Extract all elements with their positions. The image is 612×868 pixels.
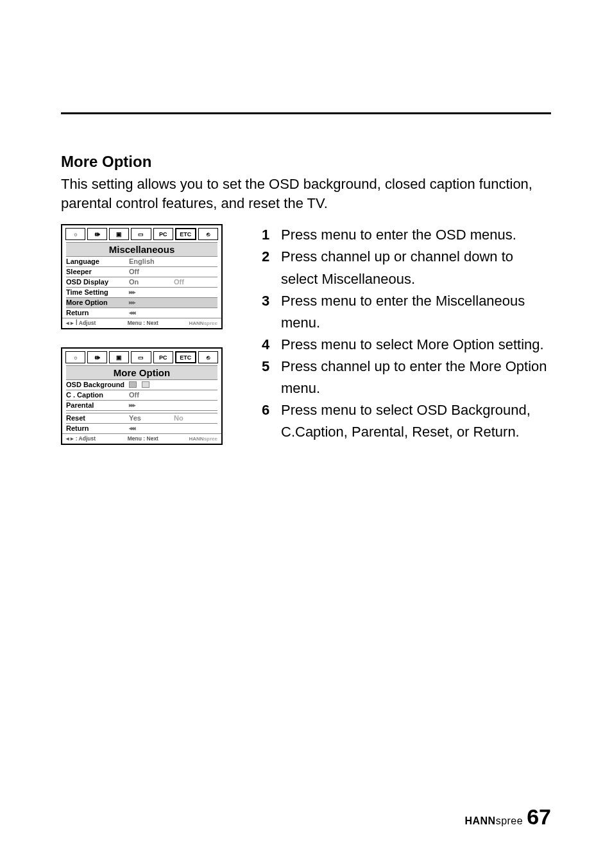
exit-icon: ⎋: [207, 231, 210, 238]
step-item: Press menu to enter the OSD menus.: [262, 224, 551, 246]
tab-row: ☼ 🕪 ▣ ▭ PC ETC ⎋: [62, 349, 221, 365]
tab-etc: ETC: [175, 228, 196, 240]
image-icon: ▣: [116, 231, 122, 238]
row-label: OSD Display: [66, 278, 129, 286]
tab-etc: ETC: [175, 351, 196, 363]
row-label: Sleeper: [66, 268, 129, 275]
menu-row: Return◂◂◂: [66, 424, 217, 433]
step-text: Press channel up to enter the More Optio…: [281, 356, 551, 399]
tab-icon: ☼: [65, 228, 85, 240]
panel-title: More Option: [66, 365, 217, 380]
menu-row: Parental▸▸▸: [66, 401, 217, 411]
row-value-alt: Off: [174, 278, 184, 286]
sun-icon: ☼: [72, 354, 78, 361]
menu-row: OSD Background: [66, 380, 217, 390]
step-item: Press menu to enter the Miscellaneous me…: [262, 290, 551, 334]
page-footer: HANNspree 67: [464, 804, 551, 829]
row-label: Return: [66, 424, 129, 432]
tab-row: ☼ 🕪 ▣ ▭ PC ETC ⎋: [62, 225, 221, 242]
panel-title: Miscellaneous: [66, 242, 217, 257]
menu-row: C . CaptionOff: [66, 390, 217, 401]
monitor-icon: ▭: [138, 354, 144, 361]
step-text: Press menu to enter the OSD menus.: [281, 224, 516, 246]
image-icon: ▣: [116, 354, 122, 361]
step-item: Press menu to select More Option setting…: [262, 334, 551, 356]
brand-logo: HANNspree: [464, 815, 523, 827]
menu-row: Time Setting▸▸▸: [66, 288, 217, 298]
row-value: Off: [129, 268, 174, 275]
step-item: Press channel up to enter the More Optio…: [262, 356, 551, 399]
step-text: Press channel up or channel down to sele…: [281, 246, 551, 290]
menu-rows: LanguageEnglishSleeperOffOSD DisplayOnOf…: [62, 257, 221, 318]
bg-option-icon: [129, 381, 137, 388]
panel-footer: ◂ ▸ : Adjust Menu : Next HANNspree: [62, 433, 221, 444]
osd-panel-more-option: ☼ 🕪 ▣ ▭ PC ETC ⎋ More Option OSD Backgro…: [61, 347, 223, 445]
speaker-icon: 🕪: [94, 231, 100, 238]
step-text: Press menu to select OSD Background, C.C…: [281, 399, 551, 443]
steps-list: Press menu to enter the OSD menus.Press …: [262, 224, 551, 443]
menu-row: Return◂◂◂: [66, 308, 217, 318]
row-value-alt: No: [174, 414, 183, 422]
exit-icon: ⎋: [207, 354, 210, 361]
row-label: More Option: [66, 299, 129, 306]
tab-pc: PC: [153, 228, 173, 240]
footer-next: Menu : Next: [128, 435, 189, 442]
step-item: Press menu to select OSD Background, C.C…: [262, 399, 551, 443]
tab-icon: ▭: [131, 228, 151, 240]
step-text: Press menu to enter the Miscellaneous me…: [281, 290, 551, 334]
footer-brand: HANNspree: [189, 320, 217, 326]
etc-icon: ETC: [180, 231, 191, 238]
row-value: ◂◂◂: [129, 309, 174, 316]
right-column: Press menu to enter the OSD menus.Press …: [262, 224, 551, 463]
row-value: On: [129, 278, 174, 286]
row-value: ▸▸▸: [129, 289, 174, 295]
footer-adjust: ◂ ▸ : Adjust: [66, 435, 128, 442]
row-label: Language: [66, 257, 129, 265]
menu-row: OSD DisplayOnOff: [66, 277, 217, 288]
footer-adjust: ◂ ▸ ꟾ Adjust: [66, 320, 128, 326]
menu-row: LanguageEnglish: [66, 257, 217, 267]
osd-panel-miscellaneous: ☼ 🕪 ▣ ▭ PC ETC ⎋ Miscellaneous LanguageE…: [61, 224, 223, 329]
menu-rows: OSD BackgroundC . CaptionOffParental▸▸▸R…: [62, 380, 221, 433]
row-label: Time Setting: [66, 288, 129, 296]
row-value: ◂◂◂: [129, 425, 174, 431]
tab-pc: PC: [153, 351, 173, 363]
tab-icon: ☼: [65, 351, 85, 363]
panel-footer: ◂ ▸ ꟾ Adjust Menu : Next HANNspree: [62, 318, 221, 328]
tab-icon: ▭: [131, 351, 151, 363]
row-value: ▸▸▸: [129, 402, 174, 408]
tab-icon: 🕪: [87, 228, 107, 240]
section-intro: This setting allows you to set the OSD b…: [61, 175, 551, 213]
page-content: More Option This setting allows you to s…: [0, 114, 612, 463]
footer-next: Menu : Next: [128, 320, 189, 326]
sun-icon: ☼: [72, 231, 78, 238]
menu-row: More Option▸▸▸: [66, 298, 217, 308]
row-label: C . Caption: [66, 391, 129, 399]
row-label: Return: [66, 309, 129, 317]
row-value: ▸▸▸: [129, 299, 174, 306]
tab-icon: ▣: [109, 351, 129, 363]
tab-icon: ⎋: [198, 351, 218, 363]
menu-row: ResetYesNo: [66, 413, 217, 424]
etc-icon: ETC: [180, 354, 191, 361]
section-heading: More Option: [61, 153, 551, 171]
columns: ☼ 🕪 ▣ ▭ PC ETC ⎋ Miscellaneous LanguageE…: [61, 224, 551, 463]
row-value: English: [129, 257, 174, 265]
step-text: Press menu to select More Option setting…: [281, 334, 544, 356]
menu-row: SleeperOff: [66, 267, 217, 277]
row-value: Yes: [129, 414, 174, 422]
step-item: Press channel up or channel down to sele…: [262, 246, 551, 290]
bg-option-icon: [142, 381, 149, 388]
speaker-icon: 🕪: [94, 354, 100, 361]
tab-icon: ⎋: [198, 228, 218, 240]
row-label: OSD Background: [66, 381, 129, 388]
row-value: Off: [129, 391, 174, 399]
tab-icon: ▣: [109, 228, 129, 240]
row-label: Reset: [66, 414, 129, 422]
row-label: Parental: [66, 401, 129, 409]
footer-brand: HANNspree: [189, 436, 217, 442]
page-number: 67: [527, 804, 551, 829]
left-column: ☼ 🕪 ▣ ▭ PC ETC ⎋ Miscellaneous LanguageE…: [61, 224, 225, 463]
monitor-icon: ▭: [138, 231, 144, 238]
tab-icon: 🕪: [87, 351, 107, 363]
